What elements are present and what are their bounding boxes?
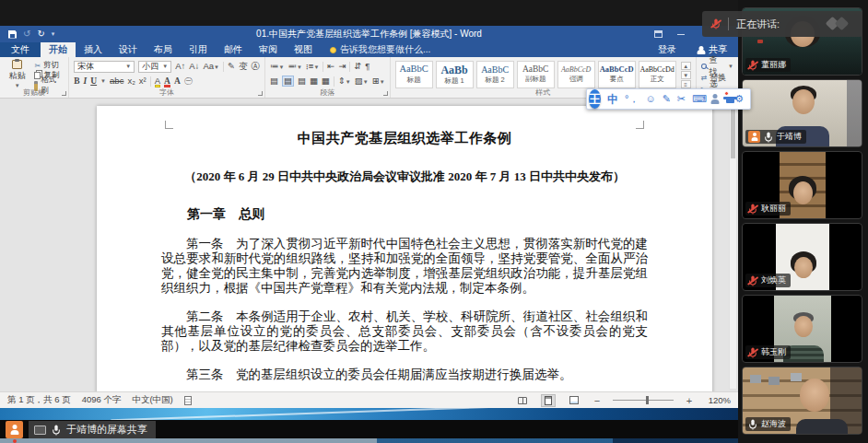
tab-review[interactable]: 审阅 [251,42,286,57]
style-card[interactable]: AaBbCcD强调 [557,61,595,88]
zoom-slider[interactable] [613,400,674,401]
participant-tile[interactable]: 耿丽丽 [742,151,862,219]
style-card[interactable]: AaBb标题 1 [436,61,474,88]
handwriting-pen-icon[interactable]: ✎ [663,94,671,104]
vertical-scrollbar[interactable] [729,100,737,390]
participant-tile[interactable]: 于靖博 [742,79,862,147]
tab-home[interactable]: 开始 [41,42,76,57]
italic-button[interactable]: I [84,76,88,87]
paste-button[interactable]: 粘贴 ▼ [5,60,29,88]
style-card[interactable]: AaBbC副标题 [517,61,555,88]
numbered-list-icon[interactable]: ≕▼ [287,62,301,71]
proofing-icon[interactable] [184,396,192,405]
ime-skin-icon[interactable] [723,94,728,104]
strikethrough-button[interactable]: abc [110,76,123,86]
tab-mailings[interactable]: 邮件 [216,42,251,57]
font-size-combo[interactable]: 小四▼ [138,61,171,73]
tab-insert[interactable]: 插入 [76,42,111,57]
show-marks-icon[interactable]: ¶ [365,62,369,71]
multilevel-list-icon[interactable]: ⁝≡▼ [306,62,320,71]
screenshot-scissors-icon[interactable]: ✂ [677,94,686,104]
ribbon-group-font: 宋体▼ 小四▼ A↑ A↓ Aa▼ ✎ 变 Ⓐ B I U▼ ab [69,57,265,98]
borders-icon[interactable]: ⊞▼ [372,76,385,86]
decrease-indent-icon[interactable]: ⇤ [327,62,334,71]
qat-customize-icon[interactable]: ▾ [52,30,55,38]
shading-icon[interactable]: ▨▼ [355,76,369,86]
sort-icon[interactable]: ⇵ [354,62,361,71]
shrink-font-icon[interactable]: A↓ [189,62,199,71]
change-case-icon[interactable]: Aa▼ [203,62,219,71]
language-indicator[interactable]: 中文(中国) [132,394,172,406]
ribbon-display-options-icon[interactable] [654,30,663,38]
redo-icon[interactable]: ↻ [37,29,44,39]
style-card[interactable]: AaBbCcDd正文 [639,61,676,88]
tab-view[interactable]: 视图 [286,42,321,57]
participant-tile[interactable]: 赵海波 [742,367,862,435]
share-banner-label: 于靖博的屏幕共享 [66,423,147,437]
zoom-out-button[interactable]: − [592,395,602,406]
phonetic-guide-icon[interactable]: 变 [239,62,248,71]
dialog-launcher-icon[interactable] [62,91,66,96]
tab-layout[interactable]: 布局 [146,42,181,57]
read-mode-button[interactable] [515,394,530,407]
find-button[interactable]: 查找▼ [701,61,733,71]
emoji-icon[interactable]: ☺ [645,94,655,104]
line-spacing-icon[interactable]: ⇕▼ [338,76,351,86]
clear-format-icon[interactable]: ✎ [228,62,235,71]
enclose-characters-icon[interactable]: Ⓐ [251,62,260,71]
web-layout-button[interactable] [567,394,581,407]
align-right-icon[interactable]: ▤ [298,76,306,86]
print-layout-button[interactable] [541,394,556,407]
tab-file[interactable]: 文件 [0,42,41,57]
enclose-icon[interactable]: ㊀ [184,76,194,86]
distribute-icon[interactable]: ▦ [322,76,330,86]
document-chapter-heading: 第一章 总则 [161,206,648,223]
muted-mic-icon [711,18,721,29]
style-card[interactable]: AaBbC标题 [395,61,433,88]
tab-references[interactable]: 引用 [181,42,216,57]
ime-account-icon[interactable] [713,94,717,104]
ime-chinese-mode-icon[interactable]: 中 [607,94,618,105]
styles-scroll-down-icon[interactable]: ▼ [681,71,691,79]
scrollbar-thumb[interactable] [731,105,735,158]
tab-design[interactable]: 设计 [111,42,146,57]
align-center-icon[interactable]: ▤ [282,76,294,87]
align-left-icon[interactable]: ▤ [270,76,278,86]
sign-in-button[interactable]: 登录 [649,42,686,57]
bold-button[interactable]: B [74,76,79,87]
zoom-level[interactable]: 120% [705,395,731,405]
undo-icon[interactable]: ↺ [23,29,30,39]
word-count[interactable]: 4096 个字 [82,394,122,406]
save-icon[interactable] [8,30,17,39]
style-card[interactable]: AaBbCcD要点 [598,61,636,88]
document-page[interactable]: 中国共产党基层组织选举工作条例 （2020 年 6 月 29 日中共中央政治局会… [97,106,712,391]
superscript-button[interactable]: x² [139,76,147,86]
subscript-button[interactable]: x₂ [127,76,135,86]
font-color-button[interactable]: A [164,76,170,87]
dialog-launcher-icon[interactable] [258,91,263,96]
tell-me-box[interactable]: 告诉我您想要做什么... [321,42,440,57]
page-indicator[interactable]: 第 1 页，共 6 页 [7,394,71,406]
style-card[interactable]: AaBbC标题 2 [476,61,514,88]
participant-tile[interactable]: 韩玉刚 [742,295,862,363]
virtual-keyboard-icon[interactable]: ⌨ [692,94,707,104]
grow-font-icon[interactable]: A↑ [175,62,185,71]
zoom-in-button[interactable]: + [685,395,694,406]
minimize-icon[interactable] [677,34,685,35]
ime-logo-icon[interactable]: 王 [589,89,601,109]
character-shading-icon[interactable]: A [174,76,181,87]
ribbon-group-clipboard: 粘贴 ▼ ✂剪切 复制 格式刷 剪贴板 [0,57,69,98]
cut-button[interactable]: ✂剪切 [34,61,64,70]
font-name-combo[interactable]: 宋体▼ [74,61,135,73]
text-highlight-button[interactable]: A [155,76,160,86]
bulleted-list-icon[interactable]: ≔▼ [270,62,284,71]
zoom-slider-handle[interactable] [646,396,649,404]
styles-scroll-up-icon[interactable]: ▲ [681,62,691,70]
ime-punctuation-icon[interactable]: °， [625,94,639,104]
dialog-launcher-icon[interactable] [383,91,388,96]
increase-indent-icon[interactable]: ⇥ [338,62,346,71]
underline-button[interactable]: U [90,76,97,87]
justify-icon[interactable]: ▦ [310,76,318,86]
participant-tile[interactable]: 刘焕英 [742,223,862,291]
participant-name: 董丽娜 [761,59,786,71]
